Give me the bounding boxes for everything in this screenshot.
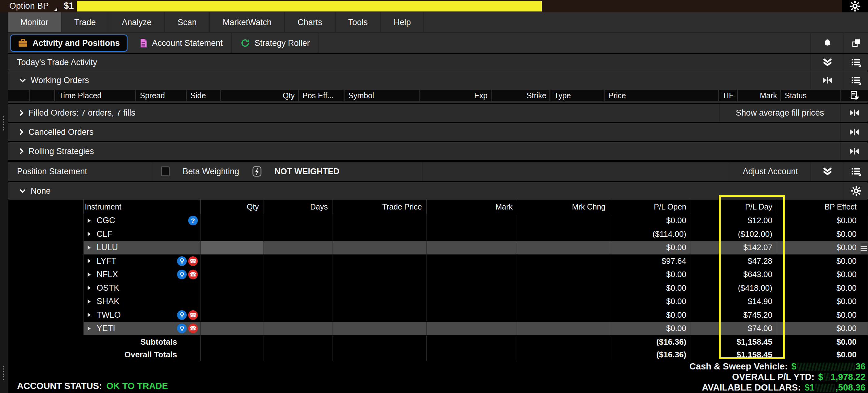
wo-column-header-time-placed[interactable]: Time Placed — [54, 90, 135, 101]
menu-tab-marketwatch[interactable]: MarketWatch — [210, 12, 285, 32]
position-row-cgc[interactable]: CGC?$0.00$12.00$0.00 — [8, 214, 868, 227]
menu-tab-tools[interactable]: Tools — [336, 12, 381, 32]
wo-grid-settings-button[interactable] — [840, 90, 868, 101]
mark-total-cell — [427, 335, 517, 349]
beta-weighting-checkbox[interactable] — [161, 166, 169, 176]
bulb-icon[interactable] — [177, 310, 187, 320]
drag-handle[interactable] — [3, 116, 4, 131]
chevron-down-icon[interactable] — [20, 78, 26, 82]
collapse-section-button[interactable] — [810, 54, 843, 71]
wo-column-header-status[interactable]: Status — [780, 90, 840, 101]
row-expander-icon[interactable] — [88, 286, 91, 290]
position-row-yeti[interactable]: YETI☎$0.00$74.00$0.00 — [8, 322, 868, 335]
menu-tab-analyze[interactable]: Analyze — [109, 12, 165, 32]
bp-effect-cell: $0.00 — [777, 295, 868, 308]
menu-tab-scan[interactable]: Scan — [165, 12, 210, 32]
chevron-right-icon[interactable] — [20, 110, 24, 116]
row-expander-icon[interactable] — [88, 259, 91, 263]
redaction-scribble — [824, 373, 830, 381]
bulb-icon[interactable] — [177, 324, 187, 333]
settings-gear-button[interactable] — [842, 0, 868, 12]
chevron-right-icon[interactable] — [20, 129, 24, 135]
phone-icon[interactable]: ☎ — [188, 310, 198, 320]
phone-icon[interactable]: ☎ — [188, 324, 198, 333]
column-header-p-l-open[interactable]: P/L Open — [610, 200, 691, 214]
column-header-days[interactable]: Days — [264, 200, 333, 214]
instrument-cell: CGC? — [84, 214, 200, 227]
wo-column-header-side[interactable]: Side — [186, 90, 220, 101]
bulb-icon[interactable] — [177, 256, 187, 266]
row-expander-icon[interactable] — [88, 326, 91, 331]
wo-column-header-type[interactable]: Type — [550, 90, 603, 101]
row-expander-icon[interactable] — [88, 232, 91, 236]
mark-cell — [427, 295, 517, 308]
wo-column-header-symbol[interactable]: Symbol — [344, 90, 420, 101]
tab-activity-and-positions[interactable]: Activity and Positions — [10, 34, 127, 52]
bulb-icon[interactable] — [177, 270, 187, 279]
pl-open-cell: $0.00 — [610, 295, 691, 308]
position-row-ostk[interactable]: OSTK$0.00($418.00)$0.00 — [8, 281, 868, 295]
collapse-section-button[interactable] — [810, 162, 843, 181]
position-row-lyft[interactable]: LYFT☎$97.64$47.28$0.00 — [8, 254, 868, 268]
position-row-shak[interactable]: SHAK$0.00$14.90$0.00 — [8, 295, 868, 308]
column-header-trade-price[interactable]: Trade Price — [333, 200, 427, 214]
detach-window-button[interactable] — [843, 33, 868, 53]
trade-price-total-cell — [333, 335, 427, 349]
lightning-icon[interactable] — [252, 166, 261, 177]
wo-column-header-qty[interactable]: Qty — [220, 90, 298, 101]
summary-line-available-dollars: AVAILABLE DOLLARS:$1,508.36 — [702, 383, 866, 393]
position-row-lulu[interactable]: LULU$0.00$142.07$0.00 — [8, 241, 868, 254]
collapse-columns-button[interactable] — [840, 142, 868, 160]
column-header-p-l-day[interactable]: P/L Day — [691, 200, 777, 214]
chevron-down-icon[interactable] — [20, 189, 26, 193]
chevron-right-icon[interactable] — [20, 148, 24, 155]
account-dropdown-caret-icon[interactable] — [54, 8, 57, 11]
monitor-subtabs: Activity and Positions Account Statement — [8, 32, 868, 53]
row-expander-icon[interactable] — [88, 219, 91, 223]
row-expander-icon[interactable] — [88, 300, 91, 304]
section-menu-button[interactable] — [843, 71, 868, 89]
tab-account-statement[interactable]: Account Statement — [131, 33, 231, 53]
wo-column-header-mark[interactable]: Mark — [737, 90, 780, 101]
days-cell — [264, 254, 333, 268]
column-header-qty[interactable]: Qty — [200, 200, 264, 214]
wo-column-header-strike[interactable]: Strike — [491, 90, 550, 101]
wo-column-header-exp[interactable]: Exp — [420, 90, 491, 101]
section-menu-button[interactable] — [843, 162, 868, 181]
group-settings-button[interactable] — [843, 182, 868, 200]
wo-column-header-pos-eff[interactable]: Pos Eff... — [298, 90, 344, 101]
drag-handle[interactable] — [3, 366, 4, 380]
question-icon[interactable]: ? — [188, 216, 198, 225]
position-row-clf[interactable]: CLF($114.00)($102.00)$0.00 — [8, 227, 868, 241]
menu-tab-help[interactable]: Help — [381, 12, 425, 32]
row-menu-icon[interactable] — [861, 243, 868, 254]
pl-open-cell: $0.00 — [610, 322, 691, 335]
menu-tab-trade[interactable]: Trade — [62, 12, 109, 32]
section-menu-button[interactable] — [843, 54, 868, 71]
position-row-nflx[interactable]: NFLX☎$0.00$643.00$0.00 — [8, 268, 868, 281]
position-row-twlo[interactable]: TWLO☎$0.00$745.20$0.00 — [8, 308, 868, 322]
column-header-mrk-chng[interactable]: Mrk Chng — [517, 200, 610, 214]
column-header-instrument[interactable]: Instrument — [84, 200, 200, 214]
row-expander-icon[interactable] — [88, 246, 91, 250]
column-header-mark[interactable]: Mark — [427, 200, 517, 214]
row-expander-icon[interactable] — [88, 313, 91, 317]
column-header-bp-effect[interactable]: BP Effect — [777, 200, 868, 214]
menu-tab-charts[interactable]: Charts — [285, 12, 336, 32]
bp-effect-cell: $0.00 — [777, 241, 868, 254]
wo-column-header-spread[interactable]: Spread — [135, 90, 186, 101]
wo-column-header-tif[interactable]: TIF — [718, 90, 737, 101]
menu-tab-monitor[interactable]: Monitor — [8, 12, 62, 32]
collapse-columns-button[interactable] — [840, 104, 868, 122]
adjust-account-button[interactable]: Adjust Account — [730, 162, 810, 181]
phone-icon[interactable]: ☎ — [188, 270, 198, 279]
collapse-columns-button[interactable] — [840, 123, 868, 141]
wo-column-header-price[interactable]: Price — [603, 90, 718, 101]
show-average-fill-prices-link[interactable]: Show average fill prices — [719, 104, 840, 122]
row-expander-icon[interactable] — [88, 273, 91, 277]
collapse-columns-button[interactable] — [810, 71, 843, 89]
tab-strategy-roller[interactable]: Strategy Roller — [232, 33, 318, 53]
phone-icon[interactable]: ☎ — [188, 256, 198, 266]
account-selector[interactable]: Option BP — [9, 1, 49, 11]
alerts-bell-button[interactable] — [810, 33, 843, 53]
